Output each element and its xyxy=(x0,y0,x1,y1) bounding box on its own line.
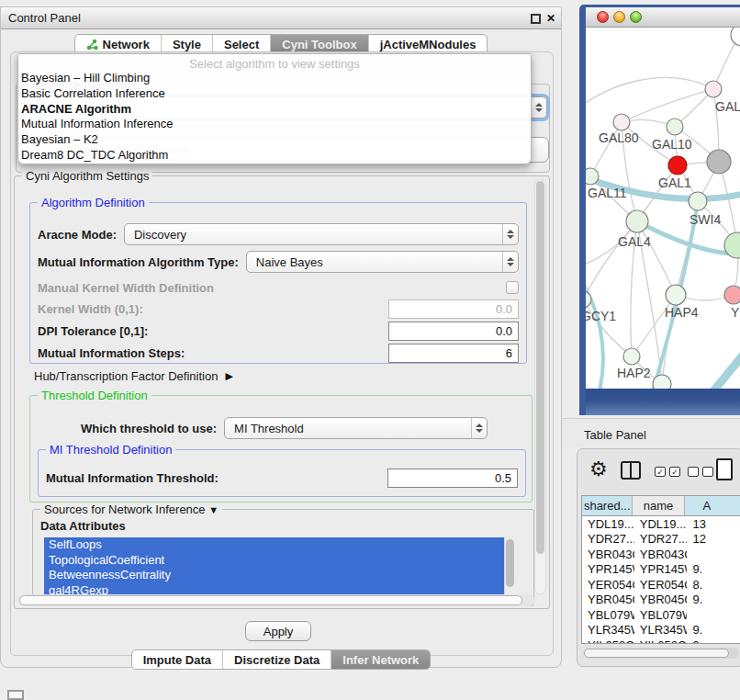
algorithm-option[interactable]: Dream8 DC_TDC Algorithm xyxy=(18,148,531,164)
graph-node-label: GAL10 xyxy=(652,137,692,152)
table-header-cell[interactable]: shared... xyxy=(582,496,633,515)
table-horizontal-scrollbar[interactable] xyxy=(583,648,739,659)
attribute-list-item[interactable]: BetweennessCentrality xyxy=(44,568,516,583)
document-icon[interactable] xyxy=(716,458,733,480)
graph-node[interactable] xyxy=(586,168,599,185)
table-panel: ⚙ ✓ ✓ shared...nameA YDL19...YDL19...13Y… xyxy=(577,448,740,667)
algorithm-option[interactable]: ARACNE Algorithm xyxy=(18,102,531,118)
table-cell: YBL079W xyxy=(582,607,634,623)
deselect-all-checkbox-icon[interactable] xyxy=(702,467,713,477)
dpi-tolerance-field[interactable]: 0.0 xyxy=(388,322,519,341)
hub-expander-label: Hub/Transcription Factor Definition xyxy=(34,369,218,383)
zoom-traffic-icon[interactable] xyxy=(630,11,642,23)
aracne-mode-select[interactable]: Discovery xyxy=(124,223,519,245)
combo-stepper-icon xyxy=(471,418,487,438)
hub-expander[interactable]: Hub/Transcription Factor Definition ▶ xyxy=(34,367,233,384)
gear-icon[interactable]: ⚙ xyxy=(589,457,608,481)
top-tab-jactivemnodules[interactable]: jActiveMNodules xyxy=(368,35,488,53)
data-attributes-list[interactable]: SelfLoopsTopologicalCoefficientBetweenne… xyxy=(44,537,516,598)
graph-node[interactable] xyxy=(623,348,640,365)
table-cell: YIL052C xyxy=(582,638,634,644)
table-row[interactable]: YER054CYER054C8. xyxy=(582,577,740,593)
table-cell: YPR145W xyxy=(634,562,688,578)
network-canvas[interactable]: GALGAL80GAL10GAL1GAL11SWI4GAL4GCY1HAP4YH… xyxy=(586,28,740,389)
list-scrollbar[interactable] xyxy=(504,537,516,598)
graph-node[interactable] xyxy=(586,291,591,308)
graph-node[interactable] xyxy=(689,192,707,210)
graph-node[interactable] xyxy=(613,114,630,130)
algorithm-dropdown-list: Select algorithm to view settings Bayesi… xyxy=(17,53,532,164)
mi-algorithm-type-select[interactable]: Naive Bayes xyxy=(246,251,519,273)
settings-horizontal-scrollbar[interactable] xyxy=(17,594,535,606)
table-row[interactable]: YBR043CYBR043C xyxy=(582,547,740,562)
table-cell: YDL19... xyxy=(582,516,634,532)
deselect-all-checkbox-icon[interactable] xyxy=(688,467,699,477)
graph-node[interactable] xyxy=(731,28,740,46)
mi-threshold-field[interactable]: 0.5 xyxy=(387,469,518,488)
algorithm-option[interactable]: Bayesian – Hill Climbing xyxy=(18,71,531,86)
close-traffic-icon[interactable] xyxy=(597,11,609,23)
combo-stepper-icon xyxy=(531,97,546,118)
apply-button[interactable]: Apply xyxy=(245,621,311,641)
dropdown-items: Bayesian – Hill ClimbingBasic Correlatio… xyxy=(18,71,531,164)
table-row[interactable]: YDR27...YDR27...12 xyxy=(582,532,740,548)
mi-threshold-definition-title: MI Threshold Definition xyxy=(46,443,175,457)
table-cell: 9. xyxy=(687,623,740,638)
settings-vertical-scrollbar[interactable] xyxy=(534,179,546,594)
algorithm-definition-group: Algorithm Definition Aracne Mode: Discov… xyxy=(29,202,527,364)
algorithm-definition-title: Algorithm Definition xyxy=(38,196,149,209)
attribute-list-item[interactable]: SelfLoops xyxy=(44,537,516,553)
bottom-tab-discretize-data[interactable]: Discretize Data xyxy=(222,650,331,669)
table-header-cell[interactable]: name xyxy=(633,496,684,515)
table-row[interactable]: YBR045CYBR045C9. xyxy=(582,593,740,608)
dropdown-prompt: Select algorithm to view settings xyxy=(18,54,531,71)
network-window-titlebar[interactable] xyxy=(586,7,740,28)
graph-node[interactable] xyxy=(667,119,683,135)
top-tab-network[interactable]: Network xyxy=(75,35,161,53)
aracne-mode-label: Aracne Mode: xyxy=(38,228,117,242)
dpi-tolerance-label: DPI Tolerance [0,1]: xyxy=(38,324,148,338)
table-row[interactable]: YBL079WYBL079W xyxy=(582,607,740,623)
table-row[interactable]: YLR345WYLR345W9. xyxy=(582,623,740,638)
table-row[interactable]: YDL19...YDL19...13 xyxy=(582,516,740,532)
graph-node[interactable] xyxy=(724,286,740,304)
table-cell: 9 xyxy=(687,638,740,644)
column-layout-icon[interactable] xyxy=(621,461,641,480)
which-threshold-select[interactable]: MI Threshold xyxy=(224,417,488,439)
graph-node[interactable] xyxy=(626,210,648,232)
top-tab-style[interactable]: Style xyxy=(161,35,212,53)
graph-node-label: GAL xyxy=(715,99,740,114)
bottom-tab-bar: Impute DataDiscretize DataInfer Network xyxy=(1,649,561,670)
graph-node-label: GAL11 xyxy=(588,186,627,200)
table-cell: 8. xyxy=(687,577,740,593)
select-all-checkbox-icon[interactable]: ✓ xyxy=(655,467,666,477)
algorithm-option[interactable]: Bayesian – K2 xyxy=(18,132,531,148)
top-tab-label: Cyni Toolbox xyxy=(282,38,356,51)
table-row[interactable]: YPR145WYPR145W9. xyxy=(582,562,740,578)
algorithm-option[interactable]: Basic Correlation Inference xyxy=(18,86,531,102)
close-icon[interactable]: ✕ xyxy=(546,12,555,25)
graph-node[interactable] xyxy=(668,156,687,175)
attribute-list-item[interactable]: TopologicalCoefficient xyxy=(44,553,516,569)
top-tab-select[interactable]: Select xyxy=(212,35,270,53)
network-icon xyxy=(86,39,98,51)
graph-node[interactable] xyxy=(705,81,722,97)
table-header-cell[interactable]: A xyxy=(685,496,740,515)
mi-steps-field[interactable]: 6 xyxy=(388,344,519,363)
float-window-icon[interactable] xyxy=(531,14,541,24)
minimize-traffic-icon[interactable] xyxy=(613,11,625,23)
graph-node[interactable] xyxy=(653,375,671,389)
bottom-tab-infer-network[interactable]: Infer Network xyxy=(331,650,430,669)
manual-kernel-width-checkbox[interactable] xyxy=(506,281,519,294)
graph-node[interactable] xyxy=(666,285,686,305)
mi-threshold-definition-group: MI Threshold Definition Mutual Informati… xyxy=(38,449,526,497)
select-all-checkbox-icon[interactable]: ✓ xyxy=(669,467,680,477)
bottom-tab-impute-data[interactable]: Impute Data xyxy=(132,650,222,669)
table-row[interactable]: YIL052CYIL052C9 xyxy=(582,638,740,644)
control-panel-window: Control Panel ✕ NetworkStyleSelectCyni T… xyxy=(0,6,562,668)
top-tab-cyni-toolbox[interactable]: Cyni Toolbox xyxy=(270,35,367,53)
kernel-width-field[interactable]: 0.0 xyxy=(388,299,519,319)
graph-node[interactable] xyxy=(707,150,731,174)
mi-threshold-label: Mutual Information Threshold: xyxy=(46,471,219,485)
algorithm-option[interactable]: Mutual Information Inference xyxy=(18,117,531,132)
